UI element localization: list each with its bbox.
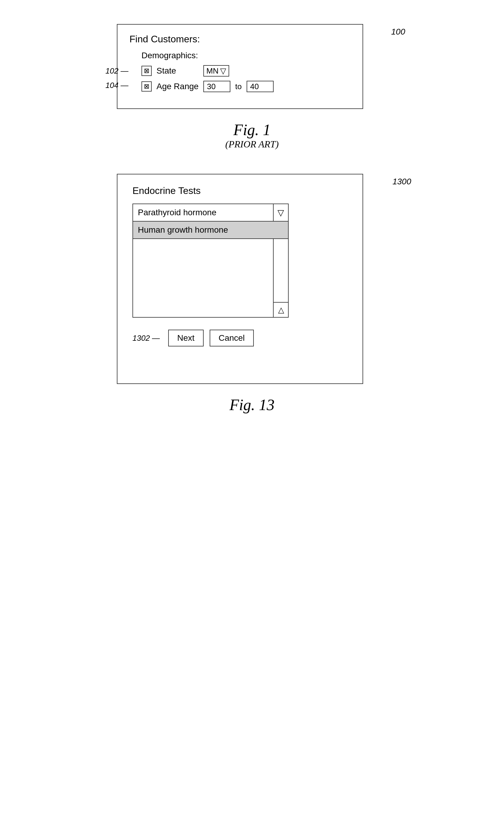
fig1-subcaption: (PRIOR ART) bbox=[117, 139, 387, 150]
fig13-buttons-row: 1302 — Next Cancel bbox=[133, 330, 348, 347]
state-checkbox-symbol: ⊠ bbox=[144, 67, 149, 75]
scroll-down-button[interactable]: △ bbox=[274, 302, 289, 317]
ref-label-104: 104 — bbox=[105, 81, 129, 90]
state-label: State bbox=[156, 66, 199, 76]
age-to-input[interactable]: 40 bbox=[246, 81, 274, 92]
fig1-number: Fig. 1 bbox=[117, 121, 387, 139]
listbox-item-hgh-selected[interactable]: Human growth hormone bbox=[133, 222, 288, 239]
fig1-caption: Fig. 1 (PRIOR ART) bbox=[117, 121, 387, 150]
fig1-state-row: ⊠ State MN ▽ bbox=[141, 65, 351, 77]
ref-1302-text: 1302 bbox=[133, 333, 150, 343]
ref-104-text: 104 bbox=[105, 81, 118, 90]
listbox-top-row: Parathyroid hormone ▽ bbox=[133, 204, 288, 222]
fig1-age-row: ⊠ Age Range 30 to 40 bbox=[141, 81, 351, 92]
age-from-input[interactable]: 30 bbox=[203, 81, 230, 92]
ref-label-100: 100 bbox=[391, 27, 405, 36]
age-from-value: 30 bbox=[207, 82, 216, 91]
ref-102-text: 102 bbox=[105, 66, 118, 75]
cancel-button[interactable]: Cancel bbox=[210, 330, 254, 347]
fig13-title: Endocrine Tests bbox=[133, 185, 348, 196]
state-checkbox[interactable]: ⊠ bbox=[141, 66, 152, 76]
listbox-scrollbar[interactable]: △ bbox=[273, 239, 288, 317]
figure-13-container: 1300 Endocrine Tests Parathyroid hormone… bbox=[117, 174, 387, 414]
fig13-number: Fig. 13 bbox=[117, 396, 387, 414]
age-label: Age Range bbox=[156, 82, 199, 91]
ref-label-102: 102 — bbox=[105, 66, 129, 76]
age-to-text: to bbox=[235, 82, 242, 91]
age-to-value: 40 bbox=[250, 82, 259, 91]
figure-1-box: Find Customers: Demographics: 102 — 104 … bbox=[117, 24, 363, 109]
state-dropdown[interactable]: MN ▽ bbox=[203, 65, 229, 77]
fig1-demographics-label: Demographics: bbox=[141, 51, 351, 60]
listbox-body: △ bbox=[133, 239, 288, 317]
next-button[interactable]: Next bbox=[168, 330, 204, 347]
endocrine-listbox[interactable]: Parathyroid hormone ▽ Human growth hormo… bbox=[133, 204, 289, 318]
scrollbar-thumb bbox=[274, 239, 288, 302]
figure-1-container: 100 Find Customers: Demographics: 102 — … bbox=[117, 24, 387, 150]
age-checkbox-symbol: ⊠ bbox=[144, 83, 149, 90]
scroll-down-icon: △ bbox=[278, 305, 284, 315]
dropdown-arrow-icon: ▽ bbox=[220, 66, 226, 76]
age-checkbox[interactable]: ⊠ bbox=[141, 81, 152, 91]
listbox-item-parathyroid[interactable]: Parathyroid hormone bbox=[133, 204, 273, 221]
state-value: MN bbox=[206, 66, 218, 76]
ref-label-1300: 1300 bbox=[392, 177, 411, 186]
fig1-title: Find Customers: bbox=[130, 33, 351, 45]
fig13-caption: Fig. 13 bbox=[117, 396, 387, 414]
scroll-up-button[interactable]: ▽ bbox=[273, 204, 288, 221]
figure-13-box: Endocrine Tests Parathyroid hormone ▽ Hu… bbox=[117, 174, 363, 384]
scroll-up-icon: ▽ bbox=[278, 208, 284, 218]
ref-label-1302: 1302 — bbox=[133, 333, 160, 343]
fig1-rows: 102 — 104 — ⊠ State MN ▽ ⊠ bbox=[141, 65, 351, 92]
